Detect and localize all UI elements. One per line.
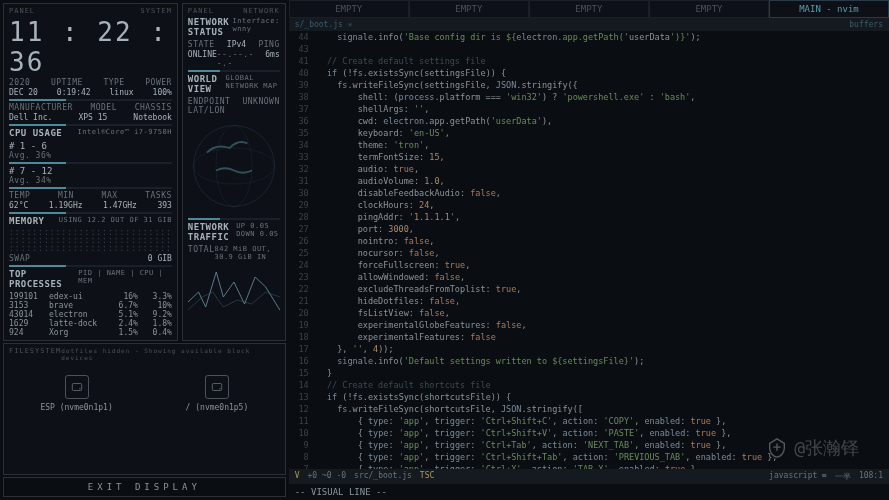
exit-button[interactable]: EXIT DISPLAY	[3, 477, 286, 497]
editor-tab[interactable]: EMPTY	[289, 0, 409, 18]
clock: 11 : 22 : 36	[9, 17, 172, 77]
process-row: 199101edex-ui16%3.3%	[9, 292, 172, 301]
editor-tab[interactable]: EMPTY	[409, 0, 529, 18]
code-line: 28 pingAddr: '1.1.1.1',	[293, 211, 885, 223]
code-line: 35 keyboard: 'en-US',	[293, 127, 885, 139]
code-line: 12 fs.writeFileSync(shortcutsFile, JSON.…	[293, 403, 885, 415]
memory-dots: ::::::::::::::::::::::::::::::::::::::::…	[9, 229, 172, 253]
filesystem-panel: FILESYSTEMdotfiles hidden - Showing avai…	[3, 343, 286, 475]
code-line: 16 signale.info('Default settings writte…	[293, 355, 885, 367]
code-line: 11 { type: 'app', trigger: 'Ctrl+Shift+C…	[293, 415, 885, 427]
code-line: 23 allowWindowed: false,	[293, 271, 885, 283]
svg-rect-5	[212, 384, 221, 391]
process-row: 43014electron5.1%9.2%	[9, 310, 172, 319]
code-line: 41 // Create default settings file	[293, 55, 885, 67]
svg-rect-3	[72, 384, 81, 391]
process-row: 3153brave6.7%10%	[9, 301, 172, 310]
process-row: 924Xorg1.5%0.4%	[9, 328, 172, 337]
code-line: 27 port: 3000,	[293, 223, 885, 235]
code-line: 26 nointro: false,	[293, 235, 885, 247]
code-line: 30 disableFeedbackAudio: false,	[293, 187, 885, 199]
code-line: 34 theme: 'tron',	[293, 139, 885, 151]
code-line: 15 }	[293, 367, 885, 379]
buffers-label: buffers	[849, 20, 883, 29]
disk-icon	[205, 375, 229, 399]
file-name: s/_boot.js ✳	[295, 20, 353, 29]
process-row: 1629latte-dock2.4%1.8%	[9, 319, 172, 328]
code-line: 44 signale.info('Base config dir is ${el…	[293, 31, 885, 43]
fs-item[interactable]: ESP (nvme0n1p1)	[40, 375, 112, 412]
svg-point-1	[193, 148, 274, 184]
editor-tab[interactable]: EMPTY	[649, 0, 769, 18]
watermark: @张瀚铎	[766, 436, 859, 460]
svg-point-4	[79, 388, 80, 389]
code-line: 43	[293, 43, 885, 55]
network-panel: PANELNETWORK NETWORK STATUSInterface: wn…	[182, 3, 286, 341]
editor-tab[interactable]: MAIN - nvim	[769, 0, 889, 18]
code-line: 40 if (!fs.existsSync(settingsFile)) {	[293, 67, 885, 79]
code-line: 22 excludeThreadsFromToplist: true,	[293, 283, 885, 295]
process-list: 199101edex-ui16%3.3%3153brave6.7%10%4301…	[9, 292, 172, 337]
code-line: 33 termFontSize: 15,	[293, 151, 885, 163]
code-line: 19 experimentalGlobeFeatures: false,	[293, 319, 885, 331]
code-line: 13 if (!fs.existsSync(shortcutsFile)) {	[293, 391, 885, 403]
code-line: 38 shell: (process.platform === 'win32')…	[293, 91, 885, 103]
code-line: 32 audio: true,	[293, 163, 885, 175]
editor-pane: EMPTYEMPTYEMPTYEMPTYMAIN - nvim s/_boot.…	[289, 0, 889, 500]
code-line: 20 fsListView: false,	[293, 307, 885, 319]
code-line: 21 hideDotfiles: false,	[293, 295, 885, 307]
code-line: 24 forceFullscreen: true,	[293, 259, 885, 271]
svg-point-0	[193, 126, 274, 207]
svg-point-6	[219, 388, 220, 389]
mode-indicator: -- VISUAL LINE --	[289, 484, 889, 500]
code-line: 29 clockHours: 24,	[293, 199, 885, 211]
code-line: 17 }, '', 4));	[293, 343, 885, 355]
code-line: 14 // Create default shortcuts file	[293, 379, 885, 391]
code-line: 18 experimentalFeatures: false	[293, 331, 885, 343]
code-area[interactable]: 44 signale.info('Base config dir is ${el…	[289, 31, 889, 469]
code-line: 36 cwd: electron.app.getPath('userData')…	[293, 115, 885, 127]
system-panel: PANELSYSTEM 11 : 22 : 36 2020 UPTIME TYP…	[3, 3, 178, 341]
svg-point-2	[216, 126, 252, 207]
globe-icon	[188, 116, 280, 216]
editor-tab[interactable]: EMPTY	[529, 0, 649, 18]
status-bar: V +0 ~0 -0 src/_boot.js TSC javascript ≡…	[289, 469, 889, 484]
code-line: 25 nocursor: false,	[293, 247, 885, 259]
code-line: 39 fs.writeFileSync(settingsFile, JSON.s…	[293, 79, 885, 91]
fs-item[interactable]: / (nvme0n1p5)	[186, 375, 249, 412]
code-line: 37 shellArgs: '',	[293, 103, 885, 115]
traffic-graph	[188, 262, 280, 312]
tab-bar: EMPTYEMPTYEMPTYEMPTYMAIN - nvim	[289, 0, 889, 18]
code-line: 31 audioVolume: 1.0,	[293, 175, 885, 187]
disk-icon	[65, 375, 89, 399]
